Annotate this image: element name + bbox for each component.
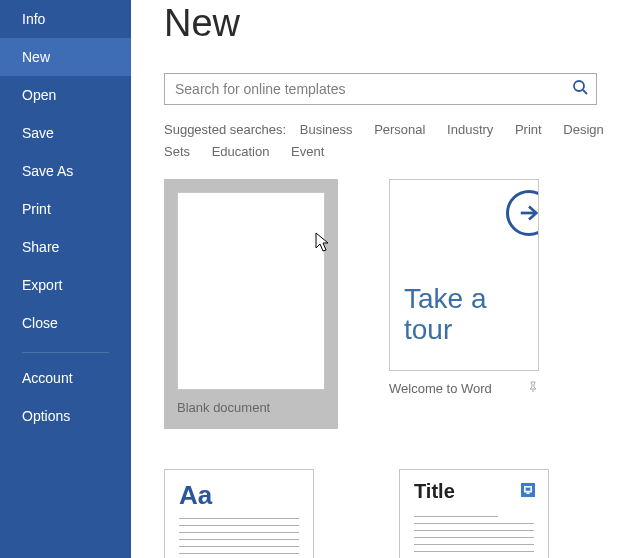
search-box[interactable] bbox=[164, 73, 597, 105]
suggested-link-education[interactable]: Education bbox=[212, 144, 270, 159]
sidebar-item-options[interactable]: Options bbox=[0, 397, 131, 435]
tour-line2: tour bbox=[404, 315, 487, 346]
tour-thumb: Take a tour bbox=[389, 179, 539, 371]
title-thumb: Title bbox=[399, 469, 549, 558]
page-title: New bbox=[164, 2, 622, 45]
sidebar-item-share[interactable]: Share bbox=[0, 228, 131, 266]
sidebar-item-export[interactable]: Export bbox=[0, 266, 131, 304]
template-single-spaced[interactable]: Aa bbox=[164, 469, 324, 558]
blank-thumb bbox=[177, 192, 325, 390]
sidebar-item-info[interactable]: Info bbox=[0, 0, 131, 38]
tour-caption: Welcome to Word bbox=[389, 381, 492, 396]
spacing-thumb: Aa bbox=[164, 469, 314, 558]
template-welcome-to-word[interactable]: Take a tour Welcome to Word bbox=[389, 179, 549, 429]
sidebar-item-save[interactable]: Save bbox=[0, 114, 131, 152]
suggested-link-industry[interactable]: Industry bbox=[447, 122, 493, 137]
template-blank-document[interactable]: Blank document bbox=[164, 179, 324, 429]
thumb-lines bbox=[179, 518, 299, 558]
sidebar-item-save-as[interactable]: Save As bbox=[0, 152, 131, 190]
tour-line1: Take a bbox=[404, 284, 487, 315]
blank-caption: Blank document bbox=[177, 400, 325, 415]
suggested-label: Suggested searches: bbox=[164, 122, 286, 137]
title-label: Title bbox=[414, 480, 534, 503]
template-grid: Blank document Take a tour Welcome to Wo… bbox=[164, 179, 622, 429]
sidebar-item-print[interactable]: Print bbox=[0, 190, 131, 228]
sidebar-divider bbox=[22, 352, 109, 353]
template-title[interactable]: Title bbox=[399, 469, 559, 558]
aa-label: Aa bbox=[179, 480, 299, 511]
suggested-link-event[interactable]: Event bbox=[291, 144, 324, 159]
suggested-searches: Suggested searches: Business Personal In… bbox=[164, 119, 604, 163]
svg-line-1 bbox=[583, 90, 587, 94]
pin-icon[interactable] bbox=[527, 381, 539, 396]
sidebar-item-open[interactable]: Open bbox=[0, 76, 131, 114]
search-input[interactable] bbox=[175, 81, 572, 97]
search-icon[interactable] bbox=[572, 79, 588, 99]
suggested-link-print[interactable]: Print bbox=[515, 122, 542, 137]
thumb-lines bbox=[414, 516, 534, 558]
suggested-link-personal[interactable]: Personal bbox=[374, 122, 425, 137]
sidebar-item-account[interactable]: Account bbox=[0, 359, 131, 397]
sidebar-item-close[interactable]: Close bbox=[0, 304, 131, 342]
svg-point-0 bbox=[574, 81, 584, 91]
svg-rect-3 bbox=[525, 487, 531, 492]
screen-icon bbox=[521, 483, 535, 497]
backstage-sidebar: Info New Open Save Save As Print Share E… bbox=[0, 0, 131, 558]
content-area: New Suggested searches: Business Persona… bbox=[131, 0, 622, 558]
sidebar-item-new[interactable]: New bbox=[0, 38, 131, 76]
suggested-link-business[interactable]: Business bbox=[300, 122, 353, 137]
arrow-right-circle-icon bbox=[506, 190, 539, 236]
